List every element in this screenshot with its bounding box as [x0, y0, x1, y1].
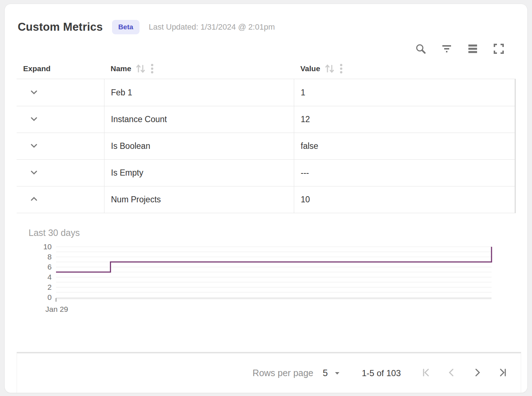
table-row: Instance Count 12 — [17, 106, 515, 133]
expand-row-button[interactable] — [27, 165, 41, 181]
chart-title: Last 30 days — [29, 228, 527, 238]
svg-text:0: 0 — [47, 293, 52, 301]
last-updated-text: Last Updated: 1/31/2024 @ 2:01pm — [149, 22, 275, 32]
expand-cell — [17, 186, 104, 213]
name-cell: Instance Count — [104, 106, 294, 133]
chevron-down-icon — [29, 167, 39, 178]
next-page-button[interactable] — [472, 368, 482, 379]
value-cell: 10 — [294, 186, 515, 213]
filter-icon — [441, 43, 453, 55]
column-label: Expand — [23, 64, 51, 73]
column-menu-icon[interactable] — [151, 63, 154, 74]
chevron-left-icon — [447, 367, 457, 379]
metrics-table: Expand Name Value — [17, 58, 516, 213]
table-footer: Rows per page 5 1-5 of 103 — [17, 352, 521, 393]
svg-text:4: 4 — [47, 273, 52, 281]
first-page-button[interactable] — [421, 368, 432, 379]
caret-down-icon — [334, 370, 341, 377]
table-row: Is Boolean false — [17, 133, 515, 159]
svg-text:6: 6 — [47, 263, 52, 271]
expand-row-button[interactable] — [27, 85, 41, 100]
metric-chart-container: 0246810Jan 29 — [38, 244, 527, 315]
filter-button[interactable] — [441, 43, 453, 55]
last-page-icon — [497, 367, 507, 379]
table-body: Feb 1 1 Instance Count 12 — [17, 79, 516, 213]
density-icon — [467, 43, 479, 55]
pagination-nav — [421, 368, 508, 379]
search-button[interactable] — [415, 43, 427, 55]
metric-chart: 0246810Jan 29 — [38, 244, 505, 313]
value-cell: --- — [294, 160, 515, 186]
table-toolbar — [5, 34, 527, 55]
table-row-expanded: Num Projects 10 — [17, 186, 515, 213]
collapse-row-button[interactable] — [27, 192, 41, 207]
column-header-name[interactable]: Name — [104, 58, 294, 79]
chevron-down-icon — [29, 141, 39, 152]
beta-badge: Beta — [112, 20, 139, 34]
svg-text:2: 2 — [47, 283, 52, 291]
fullscreen-icon — [493, 43, 505, 55]
page-header: Custom Metrics Beta Last Updated: 1/31/2… — [5, 4, 527, 34]
column-header-expand: Expand — [17, 58, 104, 79]
custom-metrics-card: Custom Metrics Beta Last Updated: 1/31/2… — [4, 4, 528, 393]
rows-per-page-select[interactable]: 5 — [323, 368, 341, 378]
density-button[interactable] — [467, 43, 479, 55]
expand-row-button[interactable] — [27, 112, 41, 127]
rows-per-page-value: 5 — [323, 368, 328, 378]
first-page-icon — [421, 367, 432, 379]
table-row: Is Empty --- — [17, 159, 515, 186]
last-page-button[interactable] — [497, 368, 508, 379]
sort-icon[interactable] — [136, 63, 146, 74]
chevron-down-icon — [29, 87, 39, 98]
name-cell: Is Empty — [104, 160, 294, 186]
chevron-right-icon — [472, 367, 482, 379]
name-cell: Num Projects — [104, 186, 294, 213]
name-cell: Feb 1 — [104, 79, 294, 106]
expand-cell — [17, 79, 104, 106]
name-cell: Is Boolean — [104, 133, 294, 159]
column-label: Value — [300, 64, 320, 73]
expand-cell — [17, 133, 104, 159]
value-cell: false — [294, 133, 515, 159]
expand-cell — [17, 160, 104, 186]
page-title: Custom Metrics — [18, 21, 103, 34]
svg-text:8: 8 — [47, 253, 52, 261]
sort-icon[interactable] — [325, 63, 335, 74]
expand-row-button[interactable] — [27, 138, 41, 154]
column-label: Name — [111, 64, 131, 73]
svg-text:Jan 29: Jan 29 — [45, 305, 68, 313]
table-header-row: Expand Name Value — [17, 58, 516, 79]
chevron-up-icon — [29, 194, 39, 205]
value-cell: 12 — [294, 106, 515, 133]
previous-page-button[interactable] — [446, 368, 457, 379]
pagination-range-label: 1-5 of 103 — [362, 368, 401, 378]
fullscreen-button[interactable] — [493, 43, 505, 55]
table-row: Feb 1 1 — [17, 79, 515, 106]
column-header-value[interactable]: Value — [294, 58, 516, 79]
row-detail-panel: Last 30 days 0246810Jan 29 — [5, 213, 527, 315]
column-menu-icon[interactable] — [340, 63, 343, 74]
value-cell: 1 — [294, 79, 515, 106]
chevron-down-icon — [29, 114, 39, 125]
search-icon — [415, 43, 426, 55]
svg-text:10: 10 — [43, 244, 52, 251]
expand-cell — [17, 106, 104, 133]
rows-per-page-label: Rows per page — [253, 368, 313, 378]
